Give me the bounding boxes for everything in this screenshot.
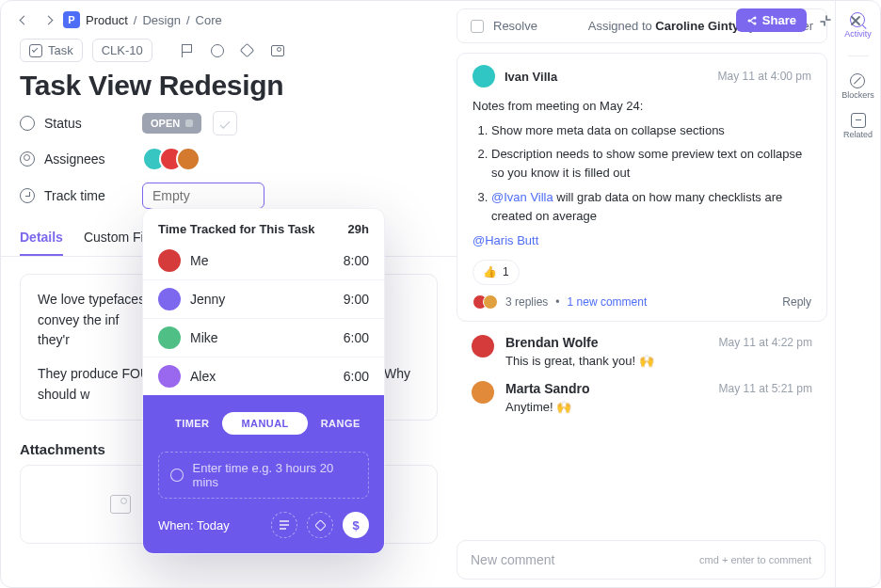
comment-list-item: @Ivan Villa will grab data on how many c… — [491, 188, 811, 226]
status-chip[interactable]: OPEN — [142, 113, 201, 134]
task-id-pill[interactable]: CLK-10 — [92, 39, 152, 62]
comment-text: This is great, thank you! 🙌 — [505, 354, 812, 368]
avatar — [158, 288, 181, 310]
tracker-total: 29h — [348, 222, 369, 236]
tracker-mode-range[interactable]: RANGE — [308, 412, 374, 435]
comment-author[interactable]: Ivan Villa — [505, 70, 557, 84]
comment-author[interactable]: Brendan Wolfe — [505, 335, 599, 350]
rail-blockers[interactable]: Blockers — [841, 73, 874, 100]
comment-card: Ivan Villa May 11 at 4:00 pm Notes from … — [457, 53, 827, 322]
user-icon — [20, 151, 35, 167]
avatar — [158, 249, 181, 272]
rail-related[interactable]: Related — [843, 113, 873, 139]
avatar — [158, 326, 181, 349]
avatar[interactable] — [176, 147, 200, 171]
tracker-user-row[interactable]: Jenny9:00 — [143, 279, 384, 318]
tracker-user-time: 8:00 — [344, 253, 369, 268]
compose-hint: cmd + enter to comment — [699, 554, 811, 565]
comment-time: May 11 at 4:00 pm — [718, 70, 811, 83]
status-label: Status — [20, 116, 131, 131]
breadcrumb[interactable]: Product / Design / Core — [86, 13, 222, 27]
mention[interactable]: @Haris Butt — [473, 233, 538, 247]
tracker-user-row[interactable]: Alex6:00 — [143, 357, 384, 395]
reply-avatars — [473, 294, 498, 310]
track-time-label: Track time — [20, 188, 131, 203]
at-icon[interactable] — [207, 40, 228, 61]
flag-icon[interactable] — [177, 40, 198, 61]
nav-back-button[interactable] — [14, 8, 33, 31]
tracker-note-button[interactable] — [271, 512, 297, 538]
blockers-icon — [850, 73, 865, 88]
status-icon — [20, 116, 35, 131]
tag-icon[interactable] — [237, 40, 258, 61]
tracker-user-time: 6:00 — [344, 369, 369, 384]
tracker-mode-manual[interactable]: MANUAL — [222, 412, 307, 435]
comment-text: Anytime! 🙌 — [505, 400, 812, 414]
tracker-user-name: Mike — [190, 330, 218, 345]
share-icon — [746, 15, 758, 26]
image-icon — [110, 495, 131, 514]
related-icon — [851, 113, 866, 128]
avatar — [472, 381, 494, 404]
resolve-label[interactable]: Resolve — [493, 19, 537, 33]
tracker-user-row[interactable]: Mike6:00 — [143, 318, 384, 357]
clock-icon — [170, 469, 184, 482]
compose-placeholder: New comment — [471, 552, 554, 567]
tracker-user-name: Jenny — [190, 292, 225, 307]
comment-row: Marta Sandro May 11 at 5:21 pm Anytime! … — [457, 368, 827, 414]
reply-button[interactable]: Reply — [782, 295, 811, 309]
nav-forward-button[interactable] — [39, 8, 57, 31]
share-button[interactable]: Share — [736, 8, 807, 32]
tracker-user-row[interactable]: Me8:00 — [143, 242, 384, 279]
task-type-pill[interactable]: Task — [20, 39, 83, 62]
tracker-time-placeholder: Enter time e.g. 3 hours 20 mins — [193, 461, 357, 489]
comment-list-item: Show more meta data on collapse sections — [491, 121, 811, 140]
tracker-user-time: 6:00 — [344, 330, 369, 345]
workspace-logo: P — [63, 11, 80, 28]
comment-row: Brendan Wolfe May 11 at 4:22 pm This is … — [457, 322, 827, 368]
time-tracker-popover: Time Tracked for This Task 29h Me8:00Jen… — [142, 208, 385, 554]
breadcrumb-item[interactable]: Design — [142, 13, 180, 27]
breadcrumb-item[interactable]: Product — [86, 13, 128, 27]
breadcrumb-item[interactable]: Core — [196, 13, 222, 27]
task-icon — [29, 44, 42, 57]
replies-count[interactable]: 3 replies — [505, 295, 548, 309]
resolve-checkbox[interactable] — [471, 20, 484, 33]
rail-separator — [848, 56, 869, 56]
avatar — [158, 365, 181, 388]
status-next-icon — [185, 119, 193, 127]
track-time-input[interactable] — [142, 183, 264, 209]
new-comment-link[interactable]: 1 new comment — [568, 295, 648, 309]
tracker-mode-tabs: TIMER MANUAL RANGE — [158, 408, 369, 438]
tracker-user-time: 9:00 — [344, 292, 369, 307]
tracker-user-name: Me — [190, 253, 208, 268]
tracker-user-name: Alex — [190, 369, 216, 384]
comment-time: May 11 at 5:21 pm — [719, 382, 812, 395]
complete-checkbox[interactable] — [213, 111, 237, 135]
tracker-time-input[interactable]: Enter time e.g. 3 hours 20 mins — [158, 452, 369, 499]
comment-author[interactable]: Marta Sandro — [505, 381, 589, 396]
tab-details[interactable]: Details — [20, 230, 63, 256]
reaction-chip[interactable]: 👍 1 — [473, 260, 520, 285]
tracker-when-label[interactable]: When: Today — [158, 518, 230, 532]
tracker-billable-button[interactable]: $ — [343, 512, 369, 538]
thumbs-up-icon: 👍 — [483, 263, 497, 281]
page-title: Task View Redesign — [1, 68, 457, 111]
close-icon[interactable] — [844, 9, 867, 32]
mention[interactable]: @Ivan Villa — [491, 190, 553, 204]
avatar — [473, 65, 495, 87]
comment-text: Notes from meeting on May 24: — [473, 97, 811, 116]
tracker-heading: Time Tracked for This Task — [158, 222, 314, 236]
comment-time: May 11 at 4:22 pm — [719, 336, 812, 349]
assignees-label: Assignees — [20, 151, 131, 167]
tracker-tag-button[interactable] — [307, 512, 333, 538]
clock-icon — [20, 188, 35, 203]
tracker-mode-timer[interactable]: TIMER — [162, 412, 222, 435]
new-comment-input[interactable]: New comment cmd + enter to comment — [457, 540, 825, 580]
assignees-avatars[interactable] — [142, 147, 200, 171]
tab-custom-fields[interactable]: Custom Fie — [84, 230, 152, 256]
image-icon[interactable] — [267, 40, 288, 61]
avatar — [472, 335, 494, 358]
comment-list-item: Description needs to show some preview t… — [491, 145, 811, 183]
collapse-icon[interactable] — [814, 9, 837, 32]
